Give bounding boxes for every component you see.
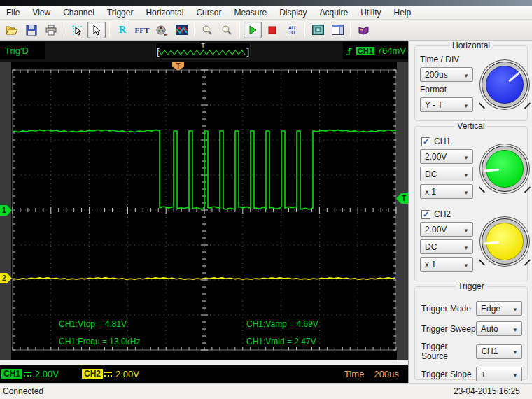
- open-button[interactable]: [3, 22, 21, 38]
- menu-horizontal[interactable]: Horizontal: [139, 6, 190, 19]
- ch2-position-knob[interactable]: [482, 218, 528, 265]
- zoom-in-button[interactable]: [198, 22, 216, 38]
- trigger-sweep-select[interactable]: Auto: [476, 321, 522, 336]
- menu-bar: File View Channel Trigger Horizontal Cur…: [0, 6, 532, 20]
- ch2-coupling-select[interactable]: DC: [420, 239, 473, 254]
- dropdown-arrow-icon: [512, 370, 518, 379]
- ch1-coupling: DC: [425, 169, 437, 179]
- preview-left-bracket[interactable]: [: [157, 46, 160, 57]
- scope-display: CH1:Vtop = 4.81V CH1:Frequ = 13.0kHz CH1…: [0, 62, 408, 360]
- ch2-readout: CH2 2.00V: [82, 365, 139, 383]
- open-folder-icon: [6, 24, 18, 36]
- trigger-group: Trigger Trigger Mode Edge Trigger Sweep …: [414, 286, 528, 380]
- ch1-scale-value: 2.00V: [35, 369, 59, 379]
- dropdown-arrow-icon: [463, 187, 469, 197]
- connection-status: Connected: [0, 386, 449, 396]
- ch2-dc-coupling-icon: [104, 372, 112, 377]
- time-value: 200us: [374, 369, 398, 379]
- ch2-scale-select[interactable]: 2.00V: [420, 222, 473, 237]
- menu-measure[interactable]: Measure: [227, 6, 273, 19]
- pointer-tool-button[interactable]: [88, 22, 106, 38]
- record-button[interactable]: [153, 22, 171, 38]
- trigger-mode-value: Edge: [481, 304, 500, 314]
- ch1-scale-select[interactable]: 2.00V: [420, 149, 473, 164]
- fft-button[interactable]: FFT: [133, 22, 151, 38]
- vertical-group: Vertical CH1 2.00V DC x 1: [414, 126, 528, 281]
- save-button[interactable]: [22, 22, 41, 38]
- ch2-enable-checkbox[interactable]: [421, 210, 430, 219]
- control-panel: Horizontal Time / DIV 200us Format Y - T: [408, 41, 532, 383]
- ch1-probe: x 1: [425, 187, 436, 197]
- dropdown-arrow-icon: [463, 152, 469, 162]
- trigger-source-select[interactable]: CH1: [476, 344, 522, 359]
- ch1-checkbox-label: CH1: [434, 136, 451, 146]
- dropdown-arrow-icon: [463, 225, 469, 234]
- ch2-coupling: DC: [425, 242, 437, 252]
- zoom-out-button[interactable]: [218, 22, 236, 38]
- start-button[interactable]: [244, 22, 262, 38]
- trigger-group-title: Trigger: [455, 281, 487, 291]
- refresh-button[interactable]: R: [113, 22, 132, 38]
- horizontal-group: Horizontal Time / DIV 200us Format Y - T: [414, 46, 528, 121]
- ch1-position-knob[interactable]: [482, 146, 528, 192]
- menu-utility[interactable]: Utility: [354, 6, 387, 19]
- toolbar-separator: [239, 23, 240, 37]
- measurement-vamp: CH1:Vamp = 4.69V: [246, 319, 318, 329]
- ch2-probe-select[interactable]: x 1: [420, 257, 473, 272]
- zoom-in-icon: [202, 24, 213, 36]
- panel-layout-button[interactable]: [328, 22, 346, 38]
- ch2-probe: x 1: [425, 260, 436, 270]
- refresh-r-icon: R: [119, 24, 127, 36]
- dropdown-arrow-icon: [463, 242, 469, 252]
- trigger-slope-label: Trigger Slope: [421, 370, 472, 379]
- toolbar: R FFT: [0, 20, 532, 41]
- dropdown-arrow-icon: [512, 324, 518, 334]
- time-div-select[interactable]: 200us: [420, 67, 473, 82]
- scope-graticule-and-traces: [0, 62, 408, 360]
- cursor-measure-button[interactable]: [68, 22, 86, 38]
- waveform-preview-window[interactable]: [ ] T: [155, 43, 251, 59]
- measurement-frequency: CH1:Frequ = 13.0kHz: [59, 337, 140, 346]
- preview-right-bracket[interactable]: ]: [246, 46, 249, 57]
- help-button[interactable]: [354, 22, 372, 38]
- toolbar-separator: [350, 23, 351, 37]
- ch1-probe-select[interactable]: x 1: [420, 184, 473, 199]
- ch2-checkbox-label: CH2: [434, 209, 451, 219]
- trigger-source-label: Trigger Source: [421, 342, 476, 361]
- menu-help[interactable]: Help: [388, 6, 418, 19]
- knob-face: [486, 223, 524, 260]
- auto-setup-button[interactable]: AUTO: [283, 22, 301, 38]
- menu-acquire[interactable]: Acquire: [314, 6, 355, 19]
- trigger-slope-select[interactable]: +: [476, 367, 522, 382]
- play-icon: [248, 25, 258, 35]
- menu-channel[interactable]: Channel: [57, 6, 101, 19]
- ch1-enable-checkbox[interactable]: [421, 137, 430, 146]
- toolbar-separator: [304, 23, 305, 37]
- measurement-vmid: CH1:Vmid = 2.47V: [246, 337, 316, 346]
- horizontal-position-knob[interactable]: [482, 62, 528, 108]
- stop-button[interactable]: [263, 22, 281, 38]
- ch1-badge: CH1: [1, 369, 22, 379]
- menu-view[interactable]: View: [26, 6, 57, 19]
- menu-cursor[interactable]: Cursor: [190, 6, 227, 19]
- timebase-readout: Time 200us: [344, 365, 399, 383]
- format-select[interactable]: Y - T: [420, 97, 473, 112]
- dropdown-arrow-icon: [463, 169, 469, 179]
- preview-trigger-marker[interactable]: T: [201, 42, 205, 49]
- ch1-coupling-select[interactable]: DC: [420, 167, 473, 181]
- menu-trigger[interactable]: Trigger: [101, 6, 140, 19]
- menu-file[interactable]: File: [0, 6, 26, 19]
- trigger-slope-value: +: [481, 370, 486, 379]
- menu-display[interactable]: Display: [273, 6, 313, 19]
- time-div-value: 200us: [425, 70, 448, 80]
- ch1-readout: CH1 2.00V: [1, 365, 59, 383]
- waveform-view-button[interactable]: [172, 22, 190, 38]
- ch2-scale: 2.00V: [425, 225, 447, 234]
- print-button[interactable]: [42, 22, 60, 38]
- dropdown-arrow-icon: [463, 70, 469, 80]
- waveform-icon: [176, 24, 188, 35]
- ch2-badge: CH2: [82, 369, 103, 379]
- trigger-mode-select[interactable]: Edge: [476, 301, 522, 316]
- trigger-mode-label: Trigger Mode: [421, 304, 471, 314]
- fullscreen-button[interactable]: [309, 22, 327, 38]
